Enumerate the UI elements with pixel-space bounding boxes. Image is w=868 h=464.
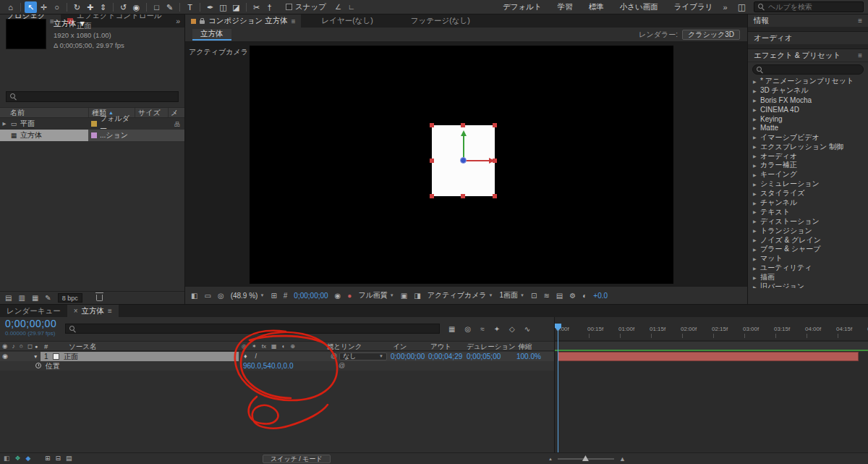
clone-stamp-tool-icon[interactable]: ◫	[217, 1, 229, 13]
panel-menu-icon[interactable]: ≡	[858, 51, 862, 59]
snap-checkbox[interactable]	[286, 4, 292, 10]
project-search-input[interactable]	[20, 93, 174, 101]
status-grid-icon[interactable]: ◧	[4, 455, 10, 462]
project-search[interactable]	[6, 91, 179, 102]
twirl-icon[interactable]: ▶	[753, 153, 757, 159]
label-switch-icon[interactable]: ♦	[244, 352, 247, 361]
brush-tool-icon[interactable]: ✒	[204, 1, 216, 13]
zoom-in-mountain-icon[interactable]: ▲	[619, 455, 626, 463]
twirl-icon[interactable]: ▶	[753, 107, 757, 112]
show-snapshot-icon[interactable]: ●	[347, 292, 352, 300]
region-of-interest-icon[interactable]: ▣	[401, 292, 407, 300]
column-size[interactable]: サイズ	[135, 108, 168, 117]
dolly-camera-tool-icon[interactable]: ⇕	[97, 1, 109, 13]
camera-view-select[interactable]: アクティブカメラ▼	[427, 290, 493, 300]
layer-duration-value[interactable]: 0;00;05;00	[467, 352, 501, 361]
selection-handle[interactable]	[430, 159, 434, 163]
pen-tool-icon[interactable]: ✎	[163, 1, 176, 13]
type-tool-icon[interactable]: T	[184, 1, 196, 13]
motion-blur-column-icon[interactable]: ◐	[281, 342, 285, 351]
effects-item[interactable]: ▶ノイズ & グレイン	[748, 235, 868, 245]
composition-name[interactable]: 立方体 ▼	[54, 19, 124, 29]
workspace-item-2[interactable]: 学習	[558, 2, 573, 12]
label-color-swatch[interactable]	[91, 121, 97, 127]
zoom-track[interactable]	[558, 458, 614, 460]
twirl-icon[interactable]: ▶	[753, 163, 757, 168]
panel-menu-icon[interactable]: ≡	[858, 17, 862, 25]
view-options-icon[interactable]: ◎	[218, 292, 224, 300]
project-row[interactable]: ▦立方体...ション	[0, 130, 184, 141]
property-row[interactable]: 位置 960.0,540.0,0.0 @	[0, 361, 554, 371]
twirl-icon[interactable]: ▶	[753, 125, 757, 130]
pixel-toggle-icon[interactable]: ◧	[191, 292, 197, 300]
zoom-out-mountain-icon[interactable]: ▲	[548, 457, 553, 461]
twirl-icon[interactable]: ▶	[753, 201, 757, 206]
effects-panel-header[interactable]: エフェクト & プリセット ≡	[748, 49, 868, 62]
effects-item[interactable]: ▶エクスプレッション 制御	[748, 142, 868, 151]
twirl-icon[interactable]: ▶	[753, 275, 757, 280]
workspace-overflow-icon[interactable]: »	[723, 3, 728, 12]
timeline-search[interactable]	[65, 324, 440, 334]
solo-column-icon[interactable]: ○	[20, 342, 23, 351]
label-color-swatch[interactable]	[91, 132, 97, 138]
twirl-icon[interactable]: ▼	[33, 352, 38, 361]
auto-keyframe-icon[interactable]: ◇	[509, 325, 515, 333]
lock-icon[interactable]	[200, 20, 205, 24]
new-composition-icon[interactable]: ▦	[32, 294, 38, 302]
property-name[interactable]: 位置	[46, 361, 60, 371]
layer-stretch-value[interactable]: 100.0%	[516, 352, 541, 361]
workspace-item-3[interactable]: 標準	[589, 2, 604, 12]
layer-name[interactable]: 正面	[64, 352, 78, 361]
column-extra[interactable]: メ	[168, 108, 184, 117]
lock-column-icon[interactable]: ◻	[27, 342, 33, 351]
timeline-zoom-slider[interactable]: ▲ ▲	[548, 455, 626, 463]
orbit-camera-tool-icon[interactable]: ↻	[71, 1, 83, 13]
parent-select[interactable]: なし ▼	[339, 353, 387, 360]
composition-view-tab[interactable]: 立方体	[192, 29, 231, 41]
effects-item[interactable]: ▶Boris FX Mocha	[748, 96, 868, 105]
expand-transfer-modes-icon[interactable]: ⊟	[56, 455, 61, 462]
guides-options-icon[interactable]: ⊞	[271, 292, 276, 300]
monitor-icon[interactable]: ▭	[204, 292, 210, 300]
label-column-icon[interactable]: ●	[35, 342, 38, 351]
collapse-column-icon[interactable]: ✶	[252, 342, 257, 351]
layer-out-value[interactable]: 0;00;04;29	[428, 352, 462, 361]
roto-brush-tool-icon[interactable]: ✂	[250, 1, 263, 13]
effects-item[interactable]: ▶Matte	[748, 123, 868, 132]
selection-tool-icon[interactable]: ↖	[25, 1, 37, 13]
effects-search[interactable]	[752, 64, 864, 75]
composition-viewer[interactable]: アクティブカメラ	[185, 41, 747, 286]
hand-tool-icon[interactable]: ✛	[38, 1, 50, 13]
twirl-icon[interactable]: ▶	[753, 209, 757, 214]
effects-item[interactable]: ▶* アニメーションプリセット	[748, 77, 868, 86]
tab-composition[interactable]: コンポジション 立方体 ≡	[185, 14, 301, 28]
twirl-icon[interactable]: ▶	[753, 284, 757, 288]
tab-render-queue[interactable]: レンダーキュー	[0, 305, 67, 317]
status-render-icon[interactable]: ❖	[15, 455, 21, 462]
effects-item[interactable]: ▶シミュレーション	[748, 180, 868, 189]
timeline-search-input[interactable]	[80, 325, 435, 333]
column-number[interactable]: #	[44, 342, 48, 351]
anchor-point[interactable]	[460, 157, 467, 164]
effects-item[interactable]: ▶CINEMA 4D	[748, 105, 868, 114]
expand-layer-switches-icon[interactable]: ⊞	[45, 455, 51, 462]
twirl-icon[interactable]: ▶	[753, 117, 757, 122]
magnification-select[interactable]: (48.9 %)▼	[231, 292, 265, 300]
zoom-handle[interactable]	[582, 455, 589, 461]
position-value[interactable]: 960.0,540.0,0.0	[243, 361, 294, 371]
twirl-icon[interactable]: ▶	[753, 266, 757, 271]
selection-handle[interactable]	[430, 123, 434, 127]
effects-item[interactable]: ▶ディストーション	[748, 216, 868, 226]
interpret-footage-icon[interactable]: ▤	[5, 294, 12, 302]
timeline-track-area[interactable]: 0:00f00:15f01:00f01:15f02:00f02:15f03:00…	[554, 317, 868, 452]
selection-handle[interactable]	[493, 194, 497, 198]
help-search-input[interactable]	[768, 3, 859, 11]
fx-column-icon[interactable]: fx	[262, 342, 266, 351]
effects-item[interactable]: ▶キーイング	[748, 170, 868, 180]
tab-layer[interactable]: レイヤー(なし)	[315, 14, 378, 28]
viewer-timecode[interactable]: 0;00;00;00	[294, 292, 328, 300]
parent-pickwhip-icon[interactable]: @	[331, 352, 337, 361]
column-duration[interactable]: デュレーション	[467, 342, 516, 351]
layer-color-swatch[interactable]	[53, 353, 59, 360]
exposure-value[interactable]: +0.0	[593, 292, 608, 300]
